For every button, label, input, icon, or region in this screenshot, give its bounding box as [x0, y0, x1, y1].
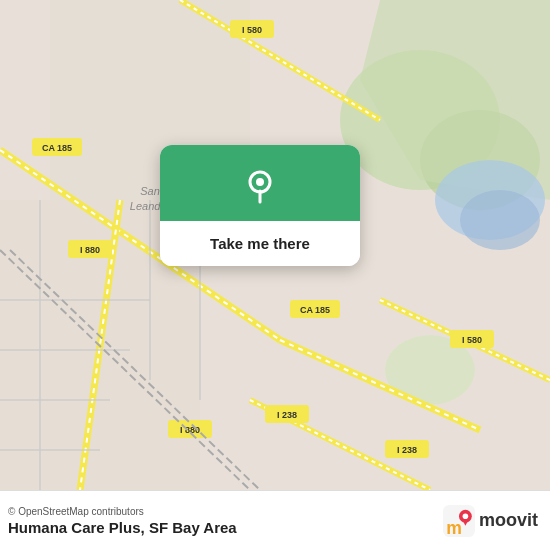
- svg-point-49: [256, 178, 264, 186]
- svg-text:CA 185: CA 185: [42, 143, 72, 153]
- svg-point-5: [460, 190, 540, 250]
- svg-point-54: [463, 513, 469, 519]
- moovit-logo: m moovit: [443, 505, 538, 537]
- popup-green-header: [160, 145, 360, 221]
- take-me-there-button[interactable]: Take me there: [160, 221, 360, 266]
- svg-text:CA 185: CA 185: [300, 305, 330, 315]
- bottom-bar: © OpenStreetMap contributors Humana Care…: [0, 490, 550, 550]
- location-pin-icon: [238, 163, 282, 207]
- svg-text:I 238: I 238: [277, 410, 297, 420]
- svg-text:San: San: [140, 185, 160, 197]
- moovit-icon: m: [443, 505, 475, 537]
- svg-text:I 880: I 880: [80, 245, 100, 255]
- attribution-text: © OpenStreetMap contributors: [8, 506, 237, 517]
- svg-text:I 580: I 580: [242, 25, 262, 35]
- moovit-brand-text: moovit: [479, 510, 538, 531]
- map-container: I 580 CA 185 CA 185 I 880 I 880 I 238 I …: [0, 0, 550, 490]
- svg-text:I 580: I 580: [462, 335, 482, 345]
- svg-text:I 238: I 238: [397, 445, 417, 455]
- bottom-left-info: © OpenStreetMap contributors Humana Care…: [8, 506, 237, 536]
- location-title: Humana Care Plus, SF Bay Area: [8, 519, 237, 536]
- popup-card: Take me there: [160, 145, 360, 266]
- svg-text:m: m: [446, 517, 462, 536]
